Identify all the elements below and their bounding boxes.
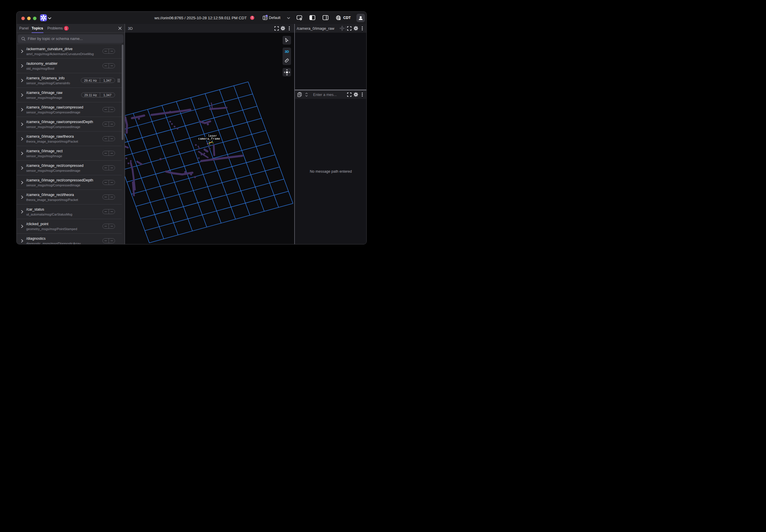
svg-text:camera_frame: camera_frame <box>198 137 220 141</box>
